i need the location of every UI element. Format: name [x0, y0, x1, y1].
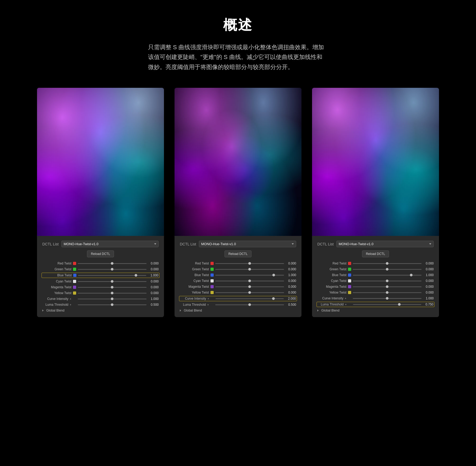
- slider-track[interactable]: [215, 292, 284, 293]
- color-swatch: [210, 291, 214, 294]
- slider-track[interactable]: [215, 269, 284, 270]
- slider-track[interactable]: [353, 269, 422, 270]
- param-value: 1.000: [286, 273, 296, 277]
- dctl-dropdown[interactable]: MONO-Hue-Twist-v1.0: [199, 241, 296, 247]
- slider-track[interactable]: [78, 304, 147, 305]
- panel-controls-1: DCTL ListMONO-Hue-Twist-v1.0Reload DCTLR…: [37, 236, 164, 317]
- param-row-yellow-twist: Yellow Twist0.000: [42, 291, 159, 295]
- panels-row: DCTL ListMONO-Hue-Twist-v1.0Reload DCTLR…: [21, 88, 455, 317]
- dctl-value: MONO-Hue-Twist-v1.0: [201, 242, 236, 246]
- slider-thumb[interactable]: [248, 280, 251, 282]
- chevron-right-icon: [317, 309, 319, 312]
- param-value: 0.000: [148, 262, 159, 265]
- param-row-cyan-twist: Cyan Twist0.000: [42, 279, 159, 284]
- slider-track[interactable]: [78, 299, 147, 299]
- slider-thumb[interactable]: [111, 268, 113, 271]
- param-label: Luma Threshold +: [180, 303, 209, 307]
- reload-dctl-button[interactable]: Reload DCTL: [87, 250, 114, 257]
- global-blend-row[interactable]: Global Blend: [42, 309, 159, 312]
- slider-thumb[interactable]: [272, 297, 275, 300]
- param-label: Luma Threshold +: [42, 303, 71, 307]
- param-row-yellow-twist: Yellow Twist0.000: [317, 290, 434, 295]
- slider-thumb[interactable]: [111, 286, 113, 289]
- param-value: 0.750: [423, 303, 433, 306]
- slider-thumb[interactable]: [386, 297, 388, 300]
- color-swatch: [210, 285, 214, 288]
- param-value: 0.000: [423, 267, 434, 271]
- slider-thumb[interactable]: [111, 298, 113, 300]
- panel-image-1: [37, 88, 164, 236]
- color-swatch: [73, 291, 76, 295]
- color-swatch: [348, 291, 351, 294]
- slider-track[interactable]: [78, 269, 147, 270]
- slider-thumb[interactable]: [410, 274, 413, 276]
- slider-thumb[interactable]: [248, 285, 251, 288]
- slider-track[interactable]: [78, 275, 146, 276]
- slider-thumb[interactable]: [248, 262, 251, 265]
- slider-thumb[interactable]: [386, 285, 388, 288]
- slider-thumb[interactable]: [386, 280, 388, 282]
- slider-track[interactable]: [216, 298, 284, 299]
- slider-thumb[interactable]: [272, 274, 275, 276]
- slider-track[interactable]: [215, 281, 284, 281]
- param-value: 0.000: [286, 279, 296, 283]
- slider-thumb[interactable]: [248, 268, 251, 271]
- slider-thumb[interactable]: [111, 280, 113, 283]
- slider-thumb[interactable]: [386, 268, 388, 271]
- slider-thumb[interactable]: [386, 291, 388, 294]
- global-blend-row[interactable]: Global Blend: [317, 309, 434, 312]
- param-row-cyan-twist: Cyan Twist0.000: [180, 278, 296, 283]
- slider-track[interactable]: [353, 286, 422, 287]
- slider-thumb[interactable]: [248, 291, 251, 294]
- param-label: Curve Intensity +: [42, 297, 71, 301]
- dctl-label: DCTL List: [317, 242, 334, 246]
- param-row-red-twist: Red Twist0.000: [42, 261, 159, 266]
- global-blend-row[interactable]: Global Blend: [180, 309, 296, 312]
- slider-track[interactable]: [78, 287, 147, 288]
- param-label: Cyan Twist: [317, 279, 346, 283]
- description: 只需调整 S 曲线强度滑块即可增强或最小化整体色调扭曲效果。增加该值可创建更陡峭…: [148, 42, 328, 72]
- slider-track[interactable]: [215, 263, 284, 264]
- color-swatch: [210, 279, 214, 282]
- slider-track[interactable]: [78, 263, 147, 264]
- dctl-dropdown[interactable]: MONO-Hue-Twist-v1.0: [336, 241, 434, 247]
- global-blend-label: Global Blend: [321, 309, 340, 312]
- slider-track[interactable]: [78, 293, 147, 294]
- plus-icon: +: [69, 297, 71, 300]
- chevron-down-icon: [292, 243, 294, 245]
- dctl-label: DCTL List: [42, 242, 59, 246]
- slider-thumb[interactable]: [386, 262, 388, 265]
- page-container: 概述 只需调整 S 曲线强度滑块即可增强或最小化整体色调扭曲效果。增加该值可创建…: [0, 0, 476, 338]
- param-value: 0.000: [148, 267, 159, 271]
- slider-track[interactable]: [353, 298, 422, 299]
- slider-track[interactable]: [215, 275, 284, 276]
- param-label: Magenta Twist: [317, 285, 346, 289]
- slider-thumb[interactable]: [248, 303, 251, 306]
- color-swatch: [73, 280, 76, 283]
- chevron-down-icon: [429, 243, 431, 245]
- slider-track[interactable]: [353, 275, 422, 276]
- slider-track[interactable]: [353, 281, 422, 281]
- param-row-red-twist: Red Twist0.000: [317, 261, 434, 266]
- slider-thumb[interactable]: [111, 262, 113, 265]
- param-label: Blue Twist: [317, 273, 346, 277]
- slider-track[interactable]: [353, 263, 422, 264]
- slider-thumb[interactable]: [111, 292, 113, 294]
- dctl-dropdown[interactable]: MONO-Hue-Twist-v1.0: [61, 241, 159, 247]
- slider-thumb[interactable]: [111, 303, 113, 306]
- slider-thumb[interactable]: [398, 303, 401, 306]
- slider-track[interactable]: [215, 286, 284, 287]
- param-value: 0.000: [423, 285, 434, 289]
- param-value: 0.000: [423, 279, 434, 283]
- reload-dctl-button[interactable]: Reload DCTL: [225, 250, 252, 257]
- slider-track[interactable]: [353, 304, 421, 305]
- param-label: Yellow Twist: [180, 291, 209, 294]
- slider-thumb[interactable]: [135, 274, 137, 277]
- reload-dctl-button[interactable]: Reload DCTL: [362, 250, 389, 257]
- slider-track[interactable]: [78, 281, 147, 282]
- color-swatch: [210, 262, 214, 265]
- slider-track[interactable]: [215, 304, 284, 305]
- param-value: 0.000: [286, 285, 296, 289]
- slider-track[interactable]: [353, 292, 422, 293]
- param-row-magenta-twist: Magenta Twist0.000: [42, 285, 159, 290]
